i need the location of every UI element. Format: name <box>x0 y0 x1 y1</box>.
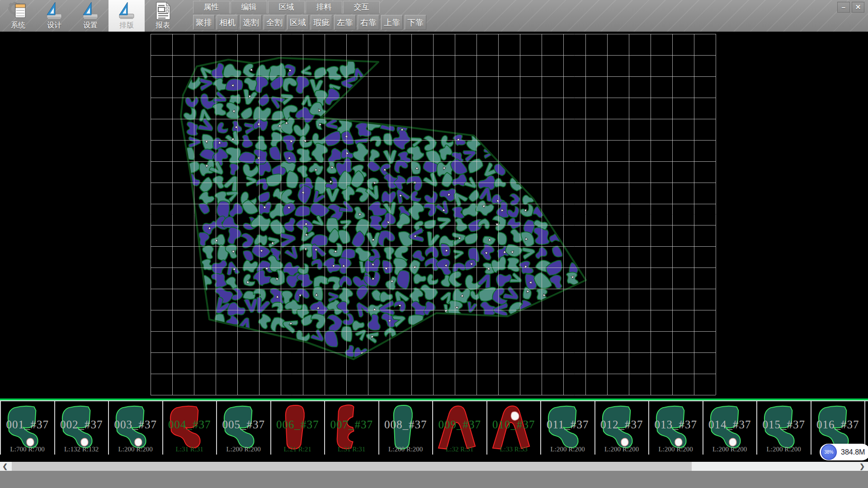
part-thumbnail-9[interactable]: 009_#37L:32 R:31 <box>433 401 487 455</box>
part-id-label: 007_#37 <box>325 418 378 431</box>
action-button-8[interactable]: 右靠 <box>358 15 379 30</box>
part-count-label: L:200 R:200 <box>109 446 162 453</box>
menu-tab-4[interactable]: 排料 <box>306 1 342 14</box>
menu-tab-row: 属性编辑区域排料交互 <box>193 1 381 14</box>
system-gear-icon <box>8 1 28 21</box>
action-button-row: 聚排相机选割全割区域瑕疵左靠右靠上靠下靠 <box>193 15 428 29</box>
action-button-4[interactable]: 全割 <box>264 15 285 30</box>
toolbar-button-2[interactable]: 设计 <box>36 0 72 32</box>
application-window: 系统设计设置排版报表 属性编辑区域排料交互 聚排相机选割全割区域瑕疵左靠右靠上靠… <box>0 0 868 488</box>
horizontal-scrollbar[interactable]: ❮ ❯ <box>0 462 868 471</box>
toolbar-button-label: 设计 <box>47 21 61 30</box>
part-thumbnail-10[interactable]: 010_#37L:33 R:33 <box>487 401 542 455</box>
part-count-label: L:700 R:700 <box>1 446 54 453</box>
minimize-button[interactable]: − <box>837 2 850 13</box>
action-button-3[interactable]: 选割 <box>240 15 262 30</box>
toolbar-button-3[interactable]: 设置 <box>72 0 108 32</box>
part-id-label: 012_#37 <box>595 418 649 431</box>
part-thumbnail-4[interactable]: 004_#37L:31 R:31 <box>163 401 217 455</box>
part-id-label: 016_#37 <box>811 418 865 431</box>
scrollbar-thumb[interactable] <box>12 462 692 471</box>
part-id-label: 017_#37 <box>865 418 868 431</box>
part-id-label: 005_#37 <box>217 418 270 431</box>
close-button[interactable]: ✕ <box>852 2 864 13</box>
part-id-label: 009_#37 <box>433 418 486 431</box>
part-thumbnail-13[interactable]: 013_#37L:200 R:200 <box>649 401 703 455</box>
part-thumbnail-1[interactable]: 001_#37L:700 R:700 <box>0 401 55 455</box>
part-id-label: 013_#37 <box>649 418 703 431</box>
part-count-label: L:200 R:200 <box>595 446 649 453</box>
bottom-bar <box>0 471 868 488</box>
part-id-label: 002_#37 <box>55 418 108 431</box>
part-thumbnail-5[interactable]: 005_#37L:200 R:200 <box>217 401 271 455</box>
scroll-right-icon[interactable]: ❯ <box>857 462 867 471</box>
part-id-label: 011_#37 <box>541 418 594 431</box>
part-count-label: L:200 R:200 <box>217 446 270 453</box>
action-button-10[interactable]: 下靠 <box>405 15 426 30</box>
action-button-9[interactable]: 上靠 <box>381 15 403 30</box>
report-doc-icon <box>153 1 173 21</box>
nesting-canvas-area <box>0 32 868 399</box>
part-thumbnail-11[interactable]: 011_#37L:200 R:200 <box>541 401 595 455</box>
part-count-label: L:200 R:200 <box>541 446 594 453</box>
menu-tab-1[interactable]: 属性 <box>193 1 230 14</box>
toolbar-button-label: 系统 <box>11 21 25 30</box>
part-id-label: 015_#37 <box>757 418 811 431</box>
part-thumbnail-12[interactable]: 012_#37L:200 R:200 <box>595 401 650 455</box>
part-thumbnail-7[interactable]: 007_#37L:31 R:31 <box>325 401 379 455</box>
part-thumbnail-6[interactable]: 006_#37L:21 R:21 <box>271 401 326 455</box>
toolbar-button-5[interactable]: 报表 <box>145 0 181 32</box>
design-ruler-icon <box>44 1 64 21</box>
part-id-label: 003_#37 <box>109 418 162 431</box>
part-count-label: L:33 R:33 <box>487 446 541 453</box>
toolbar-button-label: 排版 <box>119 21 134 30</box>
part-count-label: L:31 R:31 <box>325 446 378 453</box>
menu-tab-3[interactable]: 区域 <box>268 1 305 14</box>
parts-thumbnail-strip: 001_#37L:700 R:700002_#37L:132 R:132003_… <box>0 400 868 455</box>
part-count-label: L:200 R:200 <box>649 446 703 453</box>
part-thumbnail-15[interactable]: 015_#37L:200 R:200 <box>757 401 811 455</box>
part-id-label: 014_#37 <box>703 418 757 431</box>
action-button-6[interactable]: 瑕疵 <box>311 15 332 30</box>
action-button-2[interactable]: 相机 <box>217 15 238 30</box>
part-thumbnail-2[interactable]: 002_#37L:132 R:132 <box>55 401 109 455</box>
menu-tab-5[interactable]: 交互 <box>343 1 380 14</box>
action-button-7[interactable]: 左靠 <box>334 15 356 30</box>
toolbar-button-1[interactable]: 系统 <box>0 0 36 32</box>
settings-ruler-icon <box>80 1 100 21</box>
nesting-ruler-icon <box>117 1 137 21</box>
part-count-label: L:31 R:31 <box>163 446 217 453</box>
scroll-left-icon[interactable]: ❮ <box>0 462 10 471</box>
part-id-label: 010_#37 <box>487 418 541 431</box>
toolbar-button-label: 设置 <box>83 21 98 30</box>
part-id-label: 008_#37 <box>379 418 433 431</box>
part-thumbnail-8[interactable]: 008_#37L:200 R:200 <box>379 401 434 455</box>
part-id-label: 001_#37 <box>1 418 54 431</box>
toolbar-button-4[interactable]: 排版 <box>108 0 145 32</box>
menu-tab-2[interactable]: 编辑 <box>231 1 267 14</box>
action-button-1[interactable]: 聚排 <box>193 15 215 30</box>
main-canvas[interactable] <box>0 32 868 399</box>
toolbar-button-label: 报表 <box>156 21 170 30</box>
titlebar: 系统设计设置排版报表 属性编辑区域排料交互 聚排相机选割全割区域瑕疵左靠右靠上靠… <box>0 0 868 32</box>
action-button-5[interactable]: 区域 <box>287 15 309 30</box>
window-controls: − ✕ <box>837 2 864 13</box>
part-thumbnail-3[interactable]: 003_#37L:200 R:200 <box>109 401 163 455</box>
part-id-label: 006_#37 <box>271 418 325 431</box>
part-count-label: L:200 R:200 <box>703 446 757 453</box>
progress-percent: 38% <box>821 444 837 460</box>
part-count-label: L:21 R:21 <box>271 446 325 453</box>
status-badge: 38% 384.8M <box>820 444 868 460</box>
part-thumbnail-14[interactable]: 014_#37L:200 R:200 <box>703 401 758 455</box>
part-count-label: L:32 R:31 <box>433 446 486 453</box>
part-count-label: L:200 R:200 <box>757 446 811 453</box>
part-id-label: 004_#37 <box>163 418 217 431</box>
memory-usage: 384.8M <box>841 448 865 456</box>
part-count-label: L:200 R:200 <box>379 446 433 453</box>
part-count-label: L:132 R:132 <box>55 446 108 453</box>
